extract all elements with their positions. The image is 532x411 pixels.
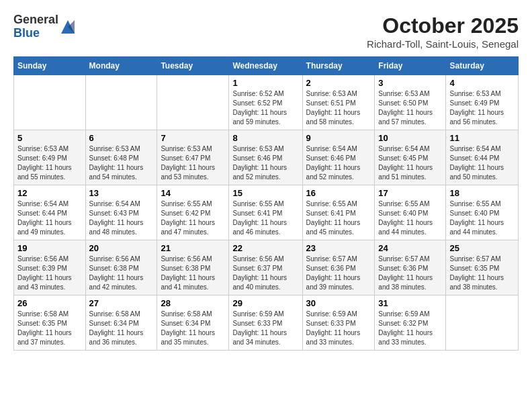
calendar-cell: 1Sunrise: 6:52 AMSunset: 6:52 PMDaylight… — [229, 75, 302, 130]
page-header: General Blue October 2025 Richard-Toll, … — [13, 13, 519, 50]
day-info: Sunrise: 6:59 AMSunset: 6:33 PMDaylight:… — [306, 310, 371, 347]
day-number: 9 — [306, 133, 371, 143]
logo-general: General — [13, 13, 58, 27]
day-number: 29 — [232, 298, 298, 308]
day-number: 26 — [17, 298, 82, 308]
calendar-cell: 4Sunrise: 6:53 AMSunset: 6:49 PMDaylight… — [446, 75, 519, 130]
calendar-week-row: 1Sunrise: 6:52 AMSunset: 6:52 PMDaylight… — [14, 75, 519, 130]
calendar-cell — [14, 75, 86, 130]
calendar-cell: 22Sunrise: 6:56 AMSunset: 6:37 PMDayligh… — [229, 240, 302, 295]
calendar-table: SundayMondayTuesdayWednesdayThursdayFrid… — [13, 56, 519, 351]
weekday-header: Sunday — [14, 57, 86, 75]
calendar-cell: 7Sunrise: 6:53 AMSunset: 6:47 PMDaylight… — [157, 130, 229, 185]
calendar-cell: 29Sunrise: 6:59 AMSunset: 6:33 PMDayligh… — [229, 295, 302, 351]
day-info: Sunrise: 6:57 AMSunset: 6:36 PMDaylight:… — [378, 255, 442, 292]
weekday-header: Friday — [375, 57, 446, 75]
day-number: 17 — [378, 188, 442, 198]
logo-icon — [58, 17, 77, 36]
day-info: Sunrise: 6:58 AMSunset: 6:34 PMDaylight:… — [161, 310, 225, 347]
day-number: 3 — [378, 78, 442, 88]
day-info: Sunrise: 6:58 AMSunset: 6:34 PMDaylight:… — [89, 310, 154, 347]
day-number: 5 — [17, 133, 82, 143]
calendar-cell: 27Sunrise: 6:58 AMSunset: 6:34 PMDayligh… — [85, 295, 157, 351]
day-number: 19 — [17, 243, 82, 253]
day-info: Sunrise: 6:56 AMSunset: 6:39 PMDaylight:… — [17, 255, 82, 292]
day-info: Sunrise: 6:56 AMSunset: 6:38 PMDaylight:… — [161, 255, 225, 292]
day-number: 15 — [232, 188, 298, 198]
day-info: Sunrise: 6:53 AMSunset: 6:50 PMDaylight:… — [378, 89, 442, 127]
title-block: October 2025 Richard-Toll, Saint-Louis, … — [367, 13, 519, 50]
day-number: 24 — [378, 243, 442, 253]
day-info: Sunrise: 6:52 AMSunset: 6:52 PMDaylight:… — [232, 89, 298, 127]
day-info: Sunrise: 6:53 AMSunset: 6:46 PMDaylight:… — [232, 144, 298, 182]
calendar-cell: 26Sunrise: 6:58 AMSunset: 6:35 PMDayligh… — [14, 295, 86, 351]
calendar-cell: 24Sunrise: 6:57 AMSunset: 6:36 PMDayligh… — [375, 240, 446, 295]
day-info: Sunrise: 6:54 AMSunset: 6:45 PMDaylight:… — [378, 144, 442, 182]
location: Richard-Toll, Saint-Louis, Senegal — [367, 38, 519, 50]
day-info: Sunrise: 6:54 AMSunset: 6:44 PMDaylight:… — [17, 199, 82, 237]
day-info: Sunrise: 6:53 AMSunset: 6:47 PMDaylight:… — [161, 144, 225, 182]
calendar-cell: 3Sunrise: 6:53 AMSunset: 6:50 PMDaylight… — [375, 75, 446, 130]
day-info: Sunrise: 6:53 AMSunset: 6:49 PMDaylight:… — [449, 89, 515, 127]
calendar-cell: 14Sunrise: 6:55 AMSunset: 6:42 PMDayligh… — [157, 185, 229, 240]
day-number: 20 — [89, 243, 154, 253]
day-number: 30 — [306, 298, 371, 308]
weekday-header: Wednesday — [229, 57, 302, 75]
calendar-cell: 9Sunrise: 6:54 AMSunset: 6:46 PMDaylight… — [302, 130, 375, 185]
day-info: Sunrise: 6:59 AMSunset: 6:32 PMDaylight:… — [378, 310, 442, 347]
logo-text: General Blue — [13, 13, 58, 40]
day-number: 1 — [232, 78, 298, 88]
day-number: 11 — [449, 133, 515, 143]
day-info: Sunrise: 6:53 AMSunset: 6:48 PMDaylight:… — [89, 144, 154, 182]
calendar-cell: 19Sunrise: 6:56 AMSunset: 6:39 PMDayligh… — [14, 240, 86, 295]
calendar-cell: 8Sunrise: 6:53 AMSunset: 6:46 PMDaylight… — [229, 130, 302, 185]
calendar-cell: 12Sunrise: 6:54 AMSunset: 6:44 PMDayligh… — [14, 185, 86, 240]
day-number: 25 — [449, 243, 515, 253]
calendar-cell: 15Sunrise: 6:55 AMSunset: 6:41 PMDayligh… — [229, 185, 302, 240]
calendar-cell: 18Sunrise: 6:55 AMSunset: 6:40 PMDayligh… — [446, 185, 519, 240]
calendar-cell: 11Sunrise: 6:54 AMSunset: 6:44 PMDayligh… — [446, 130, 519, 185]
day-number: 12 — [17, 188, 82, 198]
day-number: 4 — [449, 78, 515, 88]
calendar-cell: 5Sunrise: 6:53 AMSunset: 6:49 PMDaylight… — [14, 130, 86, 185]
calendar-cell: 17Sunrise: 6:55 AMSunset: 6:40 PMDayligh… — [375, 185, 446, 240]
day-number: 10 — [378, 133, 442, 143]
day-info: Sunrise: 6:59 AMSunset: 6:33 PMDaylight:… — [232, 310, 298, 347]
weekday-header: Monday — [85, 57, 157, 75]
weekday-header: Thursday — [302, 57, 375, 75]
month-year: October 2025 — [367, 13, 519, 38]
day-info: Sunrise: 6:56 AMSunset: 6:37 PMDaylight:… — [232, 255, 298, 292]
day-info: Sunrise: 6:57 AMSunset: 6:35 PMDaylight:… — [449, 255, 515, 292]
calendar-cell: 16Sunrise: 6:55 AMSunset: 6:41 PMDayligh… — [302, 185, 375, 240]
day-number: 23 — [306, 243, 371, 253]
day-info: Sunrise: 6:55 AMSunset: 6:42 PMDaylight:… — [161, 199, 225, 237]
day-number: 16 — [306, 188, 371, 198]
calendar-cell: 10Sunrise: 6:54 AMSunset: 6:45 PMDayligh… — [375, 130, 446, 185]
day-number: 6 — [89, 133, 154, 143]
day-number: 27 — [89, 298, 154, 308]
calendar-cell: 25Sunrise: 6:57 AMSunset: 6:35 PMDayligh… — [446, 240, 519, 295]
calendar-cell: 20Sunrise: 6:56 AMSunset: 6:38 PMDayligh… — [85, 240, 157, 295]
day-number: 21 — [161, 243, 225, 253]
day-number: 28 — [161, 298, 225, 308]
day-info: Sunrise: 6:54 AMSunset: 6:44 PMDaylight:… — [449, 144, 515, 182]
day-info: Sunrise: 6:57 AMSunset: 6:36 PMDaylight:… — [306, 255, 371, 292]
day-info: Sunrise: 6:53 AMSunset: 6:51 PMDaylight:… — [306, 89, 371, 127]
day-number: 22 — [232, 243, 298, 253]
day-info: Sunrise: 6:55 AMSunset: 6:41 PMDaylight:… — [232, 199, 298, 237]
day-info: Sunrise: 6:55 AMSunset: 6:40 PMDaylight:… — [378, 199, 442, 237]
day-info: Sunrise: 6:55 AMSunset: 6:41 PMDaylight:… — [306, 199, 371, 237]
calendar-cell: 28Sunrise: 6:58 AMSunset: 6:34 PMDayligh… — [157, 295, 229, 351]
day-info: Sunrise: 6:55 AMSunset: 6:40 PMDaylight:… — [449, 199, 515, 237]
day-info: Sunrise: 6:54 AMSunset: 6:43 PMDaylight:… — [89, 199, 154, 237]
day-number: 7 — [161, 133, 225, 143]
weekday-header: Tuesday — [157, 57, 229, 75]
calendar-cell: 31Sunrise: 6:59 AMSunset: 6:32 PMDayligh… — [375, 295, 446, 351]
day-number: 13 — [89, 188, 154, 198]
day-info: Sunrise: 6:54 AMSunset: 6:46 PMDaylight:… — [306, 144, 371, 182]
day-number: 18 — [449, 188, 515, 198]
day-info: Sunrise: 6:58 AMSunset: 6:35 PMDaylight:… — [17, 310, 82, 347]
calendar-cell: 2Sunrise: 6:53 AMSunset: 6:51 PMDaylight… — [302, 75, 375, 130]
calendar-cell: 13Sunrise: 6:54 AMSunset: 6:43 PMDayligh… — [85, 185, 157, 240]
calendar-week-row: 26Sunrise: 6:58 AMSunset: 6:35 PMDayligh… — [14, 295, 519, 351]
